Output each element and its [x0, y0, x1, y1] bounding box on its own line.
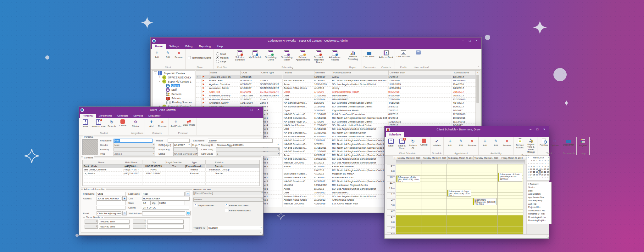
- collapse-icon[interactable]: -: [154, 72, 157, 75]
- flexible-reporting-button[interactable]: Flexible Reporting: [345, 50, 361, 66]
- calendar-day[interactable]: 20: [538, 171, 541, 174]
- calendar-day[interactable]: 5: [536, 165, 538, 168]
- contact-row[interactable]: [83, 179, 259, 183]
- release-appointments-button[interactable]: Release Appointments: [295, 50, 311, 66]
- column-header-client-type[interactable]: Client Type: [260, 71, 284, 75]
- table-row[interactable]: ⚑Anderson, Sunny12/17/2004Zone 4NA-Schoo…: [196, 101, 480, 105]
- calendar-day[interactable]: 12: [536, 168, 538, 171]
- column-header-status[interactable]: Status: [284, 71, 314, 75]
- attendance-reports-button[interactable]: Attendance Reports: [327, 50, 343, 66]
- appointment[interactable]: D.Barrymore - L.Gaga [BII-LAUSD:60R] 12:…: [447, 190, 471, 197]
- cancel-button[interactable]: Cancel: [117, 119, 128, 131]
- column-header-dob[interactable]: DOB: [241, 71, 260, 75]
- calendar-day[interactable]: 28: [541, 162, 544, 165]
- open-web-icon[interactable]: 🌐: [186, 211, 191, 215]
- day-header-thursday-march-21-2019[interactable]: Thursday, March 21, 2019: [474, 156, 499, 160]
- add-button[interactable]: +Add: [480, 138, 490, 152]
- calendar-day[interactable]: 25: [533, 174, 536, 176]
- ethnicity-select[interactable]: [114, 147, 155, 152]
- close-button[interactable]: ×: [474, 38, 480, 43]
- calendar-day[interactable]: 31: [530, 176, 533, 179]
- medium-radio[interactable]: Medium: [216, 56, 229, 59]
- calendar-day[interactable]: 9: [547, 165, 549, 168]
- phone-field-4[interactable]: [147, 225, 184, 229]
- county-field[interactable]: CITY OF LA: [142, 206, 189, 210]
- column-header-name[interactable]: Name: [209, 71, 241, 75]
- column-header-funding-source[interactable]: Funding Source: [332, 71, 389, 75]
- sidebar-item-services[interactable]: Services: [153, 92, 195, 96]
- tab-contracts[interactable]: Contracts: [115, 114, 130, 118]
- all-day-cell[interactable]: [447, 160, 473, 164]
- addr-first-name-field[interactable]: Chris: [97, 192, 125, 196]
- column-header-item[interactable]: [196, 71, 202, 75]
- maximize-button[interactable]: □: [248, 107, 255, 112]
- scroll-up-icon[interactable]: ▴: [476, 71, 480, 74]
- add-button[interactable]: +Add: [152, 50, 162, 66]
- sidebar-item-schools[interactable]: Schools: [153, 96, 195, 100]
- save-close-button[interactable]: 1Save & Close: [397, 138, 407, 152]
- collapse-icon[interactable]: -: [158, 80, 161, 83]
- small-radio[interactable]: Small: [216, 52, 229, 55]
- cancel-button[interactable]: Cancel: [419, 138, 429, 152]
- scheduling-genie-button[interactable]: Scheduling Genie: [263, 50, 279, 66]
- sidebar-item-staff[interactable]: Staff: [153, 88, 195, 92]
- calendar-day[interactable]: 1: [544, 162, 547, 165]
- day-column-tuesday-march-19-2019[interactable]: [421, 164, 447, 235]
- tab-enrollments[interactable]: Enrollments: [96, 114, 114, 118]
- column-header-legal-guardian[interactable]: Legal Guardian: [165, 160, 183, 164]
- calendar-day[interactable]: 24: [530, 174, 533, 176]
- calendar-day[interactable]: 30: [547, 174, 549, 176]
- contact-row[interactable]: Rock , Chris(446)580-1...HORSE CREEKYes[…: [83, 164, 259, 168]
- map-icon[interactable]: ◉: [122, 196, 127, 201]
- minimize-button[interactable]: –: [460, 38, 466, 43]
- client-dialog-titlebar[interactable]: Client - Alec Baldwin – □ ×: [79, 107, 263, 113]
- city-field[interactable]: HORSE CREEK: [142, 197, 190, 201]
- calendar-day[interactable]: 11: [533, 168, 536, 171]
- menu-tab-help[interactable]: Help: [214, 44, 226, 49]
- phone-type-select[interactable]: [85, 220, 98, 224]
- contact-refresh-icon[interactable]: ↻: [186, 192, 190, 196]
- add-button[interactable]: +Add: [445, 138, 455, 152]
- dob-field[interactable]: 8/16/2007: [173, 143, 190, 147]
- tab-schedule[interactable]: Schedule: [386, 132, 404, 137]
- day-header-wednesday-march-20-2019[interactable]: Wednesday, March 20, 2019: [448, 156, 474, 160]
- column-header-contract-start[interactable]: Contract Start: [389, 71, 453, 75]
- remove-button[interactable]: ×Remove: [157, 119, 168, 131]
- options-button[interactable]: ⚙Options: [549, 138, 560, 152]
- doccenter-button[interactable]: DocCenter: [363, 50, 375, 66]
- table-row[interactable]: ⚑Anderson, Pamela2/13/2007Zone 2UBH6/20/…: [196, 98, 480, 101]
- school-grade-select[interactable]: 1: [216, 152, 280, 156]
- custom-tracking-select[interactable]: [Custom]: [208, 226, 262, 230]
- minimize-button[interactable]: –: [242, 107, 248, 112]
- calendar-day[interactable]: 2: [547, 162, 549, 165]
- menu-tab-billing[interactable]: Billing: [182, 44, 196, 49]
- selected-schedule-button[interactable]: Selected Schedule: [232, 50, 248, 66]
- day-column-monday-march-18-2019[interactable]: D.Barrymore - B.Idol [BII-LAUSD:60R] 10:…: [396, 164, 421, 235]
- expand-icon[interactable]: +: [158, 76, 161, 79]
- appointment[interactable]: D.Barrymore - R.Downey Jr. [BID:60R] 2:0…: [473, 198, 497, 205]
- calendar-day[interactable]: 6: [547, 176, 549, 179]
- calendar-day[interactable]: 17: [530, 171, 533, 174]
- appointment[interactable]: D.Barrymore - P.Frank [BID:96R] 9:30 AM-…: [498, 173, 522, 182]
- close-button[interactable]: ×: [255, 107, 262, 112]
- menu-tab-reporting[interactable]: Reporting: [196, 44, 214, 49]
- calendar-day[interactable]: 26: [536, 174, 538, 176]
- close-button[interactable]: ×: [541, 127, 547, 132]
- address-book-button[interactable]: Address Book: [378, 50, 394, 66]
- collapse-ribbon-icon[interactable]: ⌃: [478, 66, 480, 68]
- web-address-field[interactable]: [142, 211, 185, 215]
- calendar-day[interactable]: 19: [536, 171, 538, 174]
- save-button[interactable]: Save: [386, 138, 396, 152]
- appointment[interactable]: D.Barrymore - B.Idol [BII-LAUSD:60R] 10:…: [396, 175, 420, 182]
- client-language-select[interactable]: [216, 147, 280, 152]
- calendar-day[interactable]: 8: [544, 165, 547, 168]
- contact-row[interactable]: Zeta-Jones, Catherine(446)577-1777PONDIn…: [83, 168, 259, 172]
- refresh-button[interactable]: ↻Refresh: [106, 119, 117, 131]
- calendar-day[interactable]: 2: [536, 176, 538, 179]
- table-row[interactable]: ⚑Affleck, Ben9/27/2005Zone 2NA-605 Servi…: [196, 79, 480, 83]
- add-button[interactable]: +Add: [146, 119, 157, 131]
- calendar-day[interactable]: 28: [541, 174, 544, 176]
- calendar-day[interactable]: 22: [544, 171, 547, 174]
- column-header-main-phone[interactable]: Main Phone: [120, 160, 142, 164]
- resides-with-client-checkbox[interactable]: Resides with client: [225, 204, 248, 207]
